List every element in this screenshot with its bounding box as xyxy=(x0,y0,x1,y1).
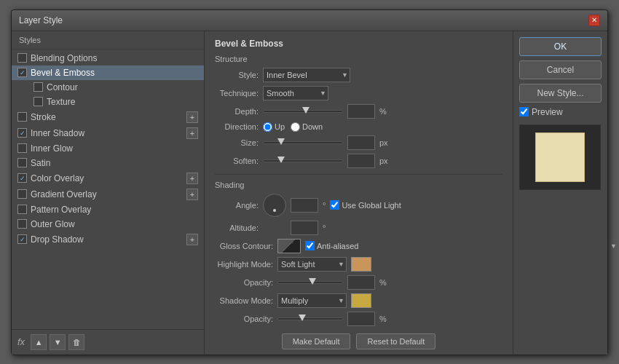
direction-up-label[interactable]: Up xyxy=(263,122,285,132)
move-down-button[interactable]: ▼ xyxy=(50,334,66,350)
reset-to-default-button[interactable]: Reset to Default xyxy=(356,333,435,349)
checkbox-inner-shadow[interactable] xyxy=(17,128,27,138)
label-satin: Satin xyxy=(31,158,50,168)
add-btn-gradient-overlay[interactable]: + xyxy=(186,189,198,200)
depth-slider-thumb xyxy=(302,107,310,114)
sidebar-item-outer-glow[interactable]: Outer Glow xyxy=(12,217,204,232)
add-btn-inner-shadow[interactable]: + xyxy=(186,127,198,139)
use-global-light-label[interactable]: Use Global Light xyxy=(330,200,401,210)
make-default-button[interactable]: Make Default xyxy=(282,333,351,349)
direction-up-radio[interactable] xyxy=(263,122,272,132)
left-panel-footer: fx ▲ ▼ 🗑 xyxy=(12,329,204,355)
preview-checkbox-label[interactable]: Preview xyxy=(519,107,602,117)
gloss-contour-row: Gloss Contour: ▼ Anti-aliased xyxy=(215,239,502,253)
cancel-button[interactable]: Cancel xyxy=(519,60,602,79)
size-slider[interactable] xyxy=(263,141,343,144)
add-btn-color-overlay[interactable]: + xyxy=(186,173,198,184)
angle-input[interactable]: 120 xyxy=(291,198,318,213)
label-gradient-overlay: Gradient Overlay xyxy=(31,189,97,199)
shadow-opacity-slider[interactable] xyxy=(277,317,343,320)
dialog-title: Layer Style xyxy=(19,15,63,25)
sidebar-item-gradient-overlay[interactable]: Gradient Overlay+ xyxy=(12,186,204,202)
sidebar-item-inner-shadow[interactable]: Inner Shadow+ xyxy=(12,125,204,141)
shadow-color-swatch[interactable] xyxy=(351,293,371,308)
anti-aliased-text: Anti-aliased xyxy=(317,242,358,250)
checkbox-outer-glow[interactable] xyxy=(17,219,27,229)
sidebar-item-bevel-emboss[interactable]: Bevel & Emboss xyxy=(12,66,204,80)
highlight-opacity-slider[interactable] xyxy=(277,281,343,284)
technique-select-wrapper: SmoothChisel HardChisel Soft ▼ xyxy=(263,86,328,100)
angle-circle[interactable] xyxy=(263,194,286,217)
checkbox-drop-shadow[interactable] xyxy=(17,234,27,244)
fx-label: fx xyxy=(17,336,25,347)
styles-header: Styles xyxy=(12,31,204,50)
style-row: Style: Outer BevelInner BevelEmbossPillo… xyxy=(215,68,502,82)
label-blending-options: Blending Options xyxy=(31,53,97,63)
close-button[interactable]: ✕ xyxy=(588,15,600,26)
preview-checkbox[interactable] xyxy=(519,107,529,116)
checkbox-inner-glow[interactable] xyxy=(17,143,27,153)
highlight-opacity-input[interactable]: 50 xyxy=(347,275,375,290)
shadow-opacity-thumb xyxy=(299,314,306,321)
sidebar-item-inner-glow[interactable]: Inner Glow xyxy=(12,141,204,156)
soften-input[interactable]: 9 xyxy=(347,154,375,168)
preview-label: Preview xyxy=(532,107,563,117)
depth-input[interactable]: 100 xyxy=(347,104,375,119)
layer-style-dialog: Layer Style ✕ Styles Blending OptionsBev… xyxy=(11,9,608,355)
label-inner-glow: Inner Glow xyxy=(31,143,73,154)
label-drop-shadow: Drop Shadow xyxy=(31,234,84,245)
style-select-wrapper: Outer BevelInner BevelEmbossPillow Embos… xyxy=(263,68,350,82)
add-btn-drop-shadow[interactable]: + xyxy=(186,234,198,245)
size-input[interactable]: 9 xyxy=(347,135,375,150)
direction-down-radio[interactable] xyxy=(291,122,300,132)
altitude-input[interactable]: 30 xyxy=(291,221,318,235)
label-contour: Contour xyxy=(47,82,78,92)
ok-button[interactable]: OK xyxy=(519,37,602,56)
soften-slider[interactable] xyxy=(263,159,343,162)
checkbox-texture[interactable] xyxy=(33,97,43,106)
anti-aliased-label[interactable]: Anti-aliased xyxy=(305,241,358,250)
style-select[interactable]: Outer BevelInner BevelEmbossPillow Embos… xyxy=(263,68,350,82)
checkbox-stroke[interactable] xyxy=(17,112,27,122)
sidebar-item-drop-shadow[interactable]: Drop Shadow+ xyxy=(12,232,204,248)
shadow-opacity-input[interactable]: 35 xyxy=(347,312,375,326)
technique-select[interactable]: SmoothChisel HardChisel Soft xyxy=(263,86,328,100)
preview-box xyxy=(519,124,601,190)
sidebar-item-blending-options[interactable]: Blending Options xyxy=(12,51,204,66)
checkbox-blending-options[interactable] xyxy=(17,53,27,63)
label-stroke: Stroke xyxy=(31,112,56,122)
new-style-button[interactable]: New Style... xyxy=(519,84,602,103)
checkbox-bevel-emboss[interactable] xyxy=(17,68,27,77)
depth-unit: % xyxy=(379,107,387,116)
direction-radio-group: Up Down xyxy=(263,122,323,132)
shadow-mode-select[interactable]: NormalMultiplyScreenOverlaySoft Light xyxy=(277,293,347,308)
use-global-light-checkbox[interactable] xyxy=(330,200,339,210)
sidebar-item-texture[interactable]: Texture xyxy=(12,95,204,109)
label-bevel-emboss: Bevel & Emboss xyxy=(31,68,95,78)
move-up-button[interactable]: ▲ xyxy=(31,334,47,350)
sidebar-item-contour[interactable]: Contour xyxy=(12,80,204,95)
checkbox-pattern-overlay[interactable] xyxy=(17,205,27,214)
checkbox-satin[interactable] xyxy=(17,158,27,167)
sidebar-item-color-overlay[interactable]: Color Overlay+ xyxy=(12,170,204,186)
gloss-contour-preview[interactable] xyxy=(277,239,301,253)
checkbox-color-overlay[interactable] xyxy=(17,173,27,183)
sidebar-item-satin[interactable]: Satin xyxy=(12,156,204,170)
section-title: Bevel & Emboss xyxy=(215,39,502,49)
highlight-opacity-thumb xyxy=(309,278,316,285)
checkbox-contour[interactable] xyxy=(33,82,43,92)
delete-button[interactable]: 🗑 xyxy=(68,334,84,350)
label-pattern-overlay: Pattern Overlay xyxy=(31,205,91,215)
depth-slider[interactable] xyxy=(263,110,343,113)
sidebar-item-stroke[interactable]: Stroke+ xyxy=(12,109,204,125)
anti-aliased-checkbox[interactable] xyxy=(305,241,315,250)
checkbox-gradient-overlay[interactable] xyxy=(17,189,27,199)
highlight-mode-select[interactable]: NormalDissolveMultiplyScreenOverlaySoft … xyxy=(277,257,347,272)
highlight-opacity-unit: % xyxy=(379,278,387,287)
sidebar-item-pattern-overlay[interactable]: Pattern Overlay xyxy=(12,202,204,217)
highlight-color-swatch[interactable] xyxy=(351,257,371,272)
size-slider-thumb xyxy=(277,138,285,145)
add-btn-stroke[interactable]: + xyxy=(186,111,198,123)
direction-down-label[interactable]: Down xyxy=(291,122,323,132)
dialog-body: Styles Blending OptionsBevel & EmbossCon… xyxy=(12,31,607,355)
